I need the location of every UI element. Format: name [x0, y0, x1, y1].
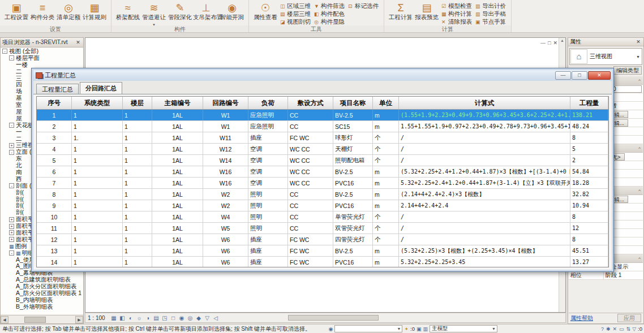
- chevron-down-icon[interactable]: ▼: [636, 55, 642, 59]
- reveal-hidden-icon[interactable]: ◆: [195, 315, 203, 321]
- scrollbar-thumb[interactable]: [24, 317, 46, 323]
- close-icon[interactable]: ✕: [553, 40, 557, 46]
- column-header-负荷[interactable]: 负荷: [248, 97, 288, 109]
- column-header-序号[interactable]: 序号: [37, 97, 72, 109]
- project-browser-hscrollbar[interactable]: ◀ ▶: [1, 315, 83, 323]
- component-color-button[interactable]: ◧构件配色: [312, 10, 346, 18]
- pipe-avoidance-button[interactable]: ≋管道避让▾: [141, 1, 167, 27]
- close-icon[interactable]: ✕: [75, 40, 81, 45]
- calc-rules-button[interactable]: ▦计算规则: [81, 1, 108, 20]
- temp-properties-icon[interactable]: ▽: [203, 315, 212, 321]
- minimize-button[interactable]: —: [555, 71, 571, 80]
- column-header-工程量[interactable]: 工程量: [570, 97, 608, 109]
- expand-icon[interactable]: +: [9, 217, 14, 222]
- project-calculate-button[interactable]: Σ工程计算: [388, 1, 414, 20]
- model-check-button[interactable]: ☑模型检查: [440, 2, 474, 10]
- table-row[interactable]: 14111ALW6插座FC WCPVC16m5.32+2.25+2.25+3.4…: [37, 257, 608, 267]
- dialog-titlebar[interactable]: 工程量汇总 — □ ✕: [33, 70, 612, 81]
- workset-icon[interactable]: ◉: [329, 326, 333, 332]
- view-scale[interactable]: 1 : 100: [88, 315, 105, 321]
- close-icon[interactable]: ✕: [635, 39, 642, 45]
- table-row[interactable]: 7111ALW16空调WC CCPVC16m5.32+2.25+2.4+1.2+…: [37, 178, 608, 189]
- tab-分回路汇总[interactable]: 分回路汇总: [80, 82, 122, 94]
- restore-icon[interactable]: □: [548, 40, 551, 46]
- table-row[interactable]: 8111ALW2照明CCBV-2.5m(2.14+4+2.4+2.4)×3【根数…: [37, 189, 608, 200]
- column-header-主箱编号[interactable]: 主箱编号: [152, 97, 203, 109]
- tree-item[interactable]: -楼层平面: [1, 55, 83, 62]
- scale-icon[interactable]: ▦: [110, 315, 118, 321]
- column-header-单位[interactable]: 单位: [373, 97, 399, 109]
- column-header-计算式[interactable]: 计算式: [399, 97, 570, 109]
- column-header-项目名称[interactable]: 项目名称: [333, 97, 373, 109]
- scroll-up-icon[interactable]: ▲: [560, 38, 565, 45]
- exclude-options-icon[interactable]: ✕: [613, 326, 617, 332]
- worksharing-display-icon[interactable]: ✱: [606, 326, 611, 332]
- shadows-icon[interactable]: ◑: [144, 315, 152, 321]
- scroll-right-icon[interactable]: ▶: [75, 316, 83, 323]
- export-manuscript-button[interactable]: ▥导出手稿: [474, 10, 508, 18]
- expand-icon[interactable]: +: [9, 224, 14, 229]
- table-row[interactable]: 9111ALW2照明CCPVC16m2.14+4+2.4+2.410.94: [37, 200, 608, 211]
- detail-level-icon[interactable]: ◧: [118, 315, 127, 321]
- column-header-回路编号[interactable]: 回路编号: [203, 97, 248, 109]
- editable-only-icon[interactable]: ✦: [404, 326, 409, 332]
- active-workset-icon[interactable]: ▣: [417, 326, 422, 332]
- collapse-icon[interactable]: -: [9, 150, 14, 155]
- pipe-deepen-button[interactable]: ✎管段深化: [167, 1, 193, 20]
- tree-item[interactable]: B_外墙明细表: [1, 304, 83, 310]
- export-pricing-button[interactable]: ▥导出计价: [474, 2, 508, 10]
- property-view-button[interactable]: ☉属性查看: [252, 1, 278, 20]
- collapse-icon[interactable]: -: [2, 49, 7, 54]
- table-row[interactable]: 1111ALW1应急照明CCBV-2.5m(1.55+1.9+2.23+0.49…: [37, 110, 608, 121]
- expand-icon[interactable]: +: [9, 237, 14, 242]
- report-preview-button[interactable]: ▤报表预览: [414, 1, 440, 20]
- clear-report-button[interactable]: ✕清除报表: [440, 18, 474, 26]
- collapse-icon[interactable]: -: [9, 250, 14, 256]
- collapse-icon[interactable]: ^: [638, 78, 641, 83]
- region-3d-button[interactable]: ◫区域三维: [278, 2, 312, 10]
- list-quota-button[interactable]: ◎清单定额: [55, 1, 81, 20]
- column-header-系统类型[interactable]: 系统类型: [72, 97, 123, 109]
- minimize-icon[interactable]: —: [540, 40, 546, 46]
- tree-item[interactable]: -视图 (全部): [1, 48, 83, 55]
- component-filter-button[interactable]: ▼构件筛选: [312, 2, 346, 10]
- collapse-icon[interactable]: ^: [638, 188, 641, 193]
- edit-type-button[interactable]: 编辑类型: [613, 66, 642, 75]
- press-drag-icon[interactable]: ▭: [619, 326, 624, 332]
- view-section-button[interactable]: ◪视图剖切: [278, 18, 312, 26]
- select-links-icon[interactable]: ⇅: [626, 326, 631, 332]
- design-option-icon[interactable]: ▥: [423, 326, 428, 332]
- workset-combobox[interactable]: ▼: [334, 325, 402, 332]
- collapse-icon[interactable]: ^: [638, 146, 641, 151]
- table-row[interactable]: 11111ALW5照明CC双管荧光灯个/12: [37, 223, 608, 234]
- project-settings-button[interactable]: ▣工程设置: [3, 1, 29, 20]
- type-selector[interactable]: ⌂ 三维视图 ▼: [569, 48, 642, 65]
- table-row[interactable]: 12111ALW6插座FC WC四管荧光灯个/8: [37, 234, 608, 245]
- tag-select-button[interactable]: ⊡标记选件: [346, 2, 380, 10]
- table-row[interactable]: 6111ALW16空调WC CCBV-2.5m(5.32+2.25+2.4+1.…: [37, 166, 608, 178]
- floor-3d-button[interactable]: ▤楼层三维: [278, 10, 312, 18]
- collapse-icon[interactable]: ^: [638, 256, 641, 261]
- collapse-icon[interactable]: -: [9, 123, 14, 128]
- table-row[interactable]: 2111ALW1应急照明CCSC15m1.55+1.55+1.9+0.97+2.…: [37, 121, 608, 132]
- tree-item[interactable]: 一楼: [1, 62, 83, 68]
- column-header-楼层[interactable]: 楼层: [123, 97, 152, 109]
- tab-工程量汇总[interactable]: 工程量汇总: [36, 84, 79, 94]
- close-button[interactable]: ✕: [588, 71, 611, 80]
- table-row[interactable]: 13111ALW6插座FC WCBV-2.5m(5.32+2.25)×3【根数】…: [37, 245, 608, 257]
- table-row[interactable]: 5111ALW14空调WC CC照明配电箱个/2: [37, 155, 608, 166]
- smart-opening-button[interactable]: ◉智能开洞: [219, 1, 245, 20]
- visual-style-icon[interactable]: ◐: [127, 315, 135, 321]
- node-manual-calc-button[interactable]: ▣节点手算: [474, 18, 508, 26]
- help-worksharing-icon[interactable]: ?: [601, 326, 604, 332]
- table-row[interactable]: 10111ALW4照明CC单管荧光灯个/8: [37, 211, 608, 223]
- expand-icon[interactable]: +: [9, 143, 14, 148]
- apply-button[interactable]: 应用: [617, 314, 641, 322]
- design-option-combobox[interactable]: 主模型▼: [430, 325, 497, 332]
- maximize-button[interactable]: □: [572, 71, 587, 80]
- expand-icon[interactable]: +: [9, 230, 14, 235]
- table-row[interactable]: 31.11ALW11插座FC WC球形灯个/8: [37, 132, 608, 144]
- crop-region-icon[interactable]: □: [169, 315, 178, 321]
- isolate-icon[interactable]: ◎: [186, 315, 195, 321]
- property-value[interactable]: 阶段 1: [604, 271, 643, 279]
